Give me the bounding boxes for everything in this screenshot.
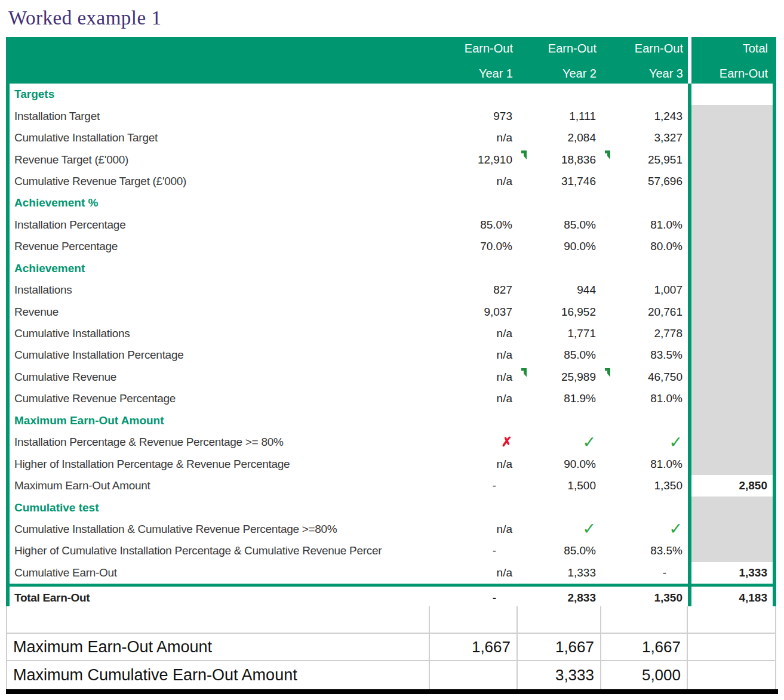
row-label: Higher of Installation Percentage & Reve…: [10, 453, 430, 474]
footer-empty-row: [6, 606, 776, 634]
data-row: Cumulative Revenuen/a25,98946,750: [10, 366, 773, 388]
cell-y1: n/a: [430, 127, 518, 149]
footer-empty-cell: [518, 606, 601, 634]
cell-y2: ✓: [518, 519, 601, 540]
cell-y2: [518, 410, 601, 431]
cell-y3: [601, 258, 688, 279]
row-label: Installation Target: [10, 105, 430, 127]
cell-y3: 3,327: [601, 127, 688, 149]
cell-total: [691, 171, 773, 192]
cell-total: 1,333: [691, 562, 773, 584]
footer-empty-cell: [601, 606, 688, 634]
check-icon: ✓: [582, 521, 596, 537]
cell-y2: 25,989: [518, 366, 601, 388]
row-label: Cumulative Installation Target: [10, 127, 430, 149]
cell-y1: 827: [430, 279, 518, 301]
cell-y1: [430, 410, 518, 431]
data-row: Installation Percentage85.0%85.0%81.0%: [10, 214, 773, 236]
cell-y2: [518, 497, 601, 518]
cell-y2: 1,500: [518, 475, 601, 497]
earn-out-table: Earn-Out Year 1 Earn-Out Year 2 Earn-Out…: [6, 37, 776, 612]
cell-y2: 85.0%: [518, 344, 601, 366]
cell-y2: 1,771: [518, 323, 601, 344]
cell-y3: ✓: [601, 431, 688, 453]
bottom-border-bar: [6, 689, 778, 694]
footer-cell-y2: 1,667: [518, 634, 601, 661]
cell-total: [691, 236, 773, 257]
data-row: Cumulative Installation Percentagen/a85.…: [10, 344, 773, 366]
header-line2: Year 3: [649, 67, 683, 79]
row-label: Maximum Earn-Out Amount: [10, 475, 430, 497]
cell-y2: 31,746: [518, 171, 601, 192]
header-line2: Year 1: [479, 67, 513, 79]
data-row: Revenue Percentage70.0%90.0%80.0%: [10, 236, 773, 257]
cell-y3: 25,951: [601, 149, 688, 170]
cell-y2: [518, 258, 601, 279]
header-col-year3: Earn-Out Year 3: [601, 37, 688, 84]
row-label: Cumulative Installations: [10, 323, 430, 344]
footer-row-label: Maximum Earn-Out Amount: [6, 634, 430, 661]
cell-y3: 2,778: [601, 323, 688, 344]
footer-empty-cell: [688, 606, 776, 634]
cell-total: [691, 258, 773, 279]
row-label: Cumulative Earn-Out: [10, 562, 430, 584]
cell-total: [691, 105, 773, 127]
row-label: Achievement %: [10, 192, 430, 214]
row-label: Cumulative Revenue: [10, 366, 430, 388]
cell-y2: [518, 84, 601, 105]
cell-y3: 1,007: [601, 279, 688, 301]
cell-total: [691, 192, 773, 214]
footer-row: Maximum Earn-Out Amount1,6671,6671,667: [6, 634, 776, 661]
cell-y2: 944: [518, 279, 601, 301]
cell-total: [691, 344, 773, 366]
cell-y3: 1,243: [601, 105, 688, 127]
cell-y2: [518, 192, 601, 214]
row-label: Cumulative Revenue Percentage: [10, 388, 430, 409]
page-title: Worked example 1: [8, 7, 161, 29]
data-row: Installation Percentage & Revenue Percen…: [10, 431, 773, 453]
cross-icon: ✗: [502, 436, 512, 449]
header-spacer: [10, 37, 430, 84]
cell-y1: -: [430, 587, 518, 609]
cell-total: [691, 431, 773, 453]
cell-y1: n/a: [430, 366, 518, 388]
footer-cell-y3: 1,667: [601, 634, 688, 661]
check-icon: ✓: [669, 434, 682, 451]
cell-y3: 1,350: [601, 475, 688, 497]
cell-y3: 81.0%: [601, 214, 688, 236]
cell-y2: 90.0%: [518, 236, 601, 257]
footer-cell-y2: 3,333: [518, 661, 601, 689]
header-line1: Earn-Out: [635, 42, 683, 54]
data-row: Cumulative Installation Targetn/a2,0843,…: [10, 127, 773, 149]
cell-y2: 18,836: [518, 149, 601, 170]
cell-y1: n/a: [430, 171, 518, 192]
cell-y2: 90.0%: [518, 453, 601, 474]
cell-total: [691, 519, 773, 540]
row-label: Revenue: [10, 301, 430, 322]
cell-y2: 85.0%: [518, 540, 601, 562]
data-row: Revenue Target (£'000)12,91018,83625,951: [10, 149, 773, 170]
data-row: Installation Target9731,1111,243: [10, 105, 773, 127]
footer-row: Maximum Cumulative Earn-Out Amount3,3335…: [6, 661, 776, 689]
cell-y3: [601, 410, 688, 431]
cell-y3: ✓: [601, 519, 688, 540]
footer-empty-cell: [430, 606, 518, 634]
section-header-row: Achievement %: [10, 192, 773, 214]
section-header-row: Targets: [10, 84, 773, 105]
cell-total: [691, 84, 773, 105]
row-label: Targets: [10, 84, 430, 105]
cell-y1: [430, 84, 518, 105]
check-icon: ✓: [582, 434, 596, 451]
data-row: Cumulative Earn-Outn/a1,333-1,333: [10, 562, 773, 584]
cell-y2: 16,952: [518, 301, 601, 322]
cell-total: [691, 410, 773, 431]
cell-y1: 85.0%: [430, 214, 518, 236]
header-line1: Earn-Out: [465, 42, 513, 54]
row-label: Achievement: [10, 258, 430, 279]
cell-y3: [601, 84, 688, 105]
header-line1: Total: [743, 42, 768, 54]
cell-y1: ✗: [430, 431, 518, 453]
cell-y1: [430, 258, 518, 279]
cell-y3: 20,761: [601, 301, 688, 322]
row-label: Cumulative Installation Percentage: [10, 344, 430, 366]
